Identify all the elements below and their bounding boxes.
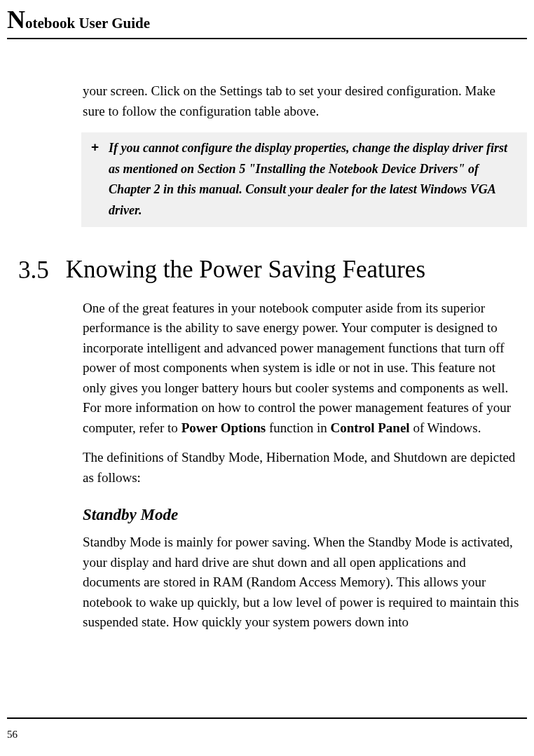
section-heading-row: 3.5 Knowing the Power Saving Features bbox=[18, 255, 520, 284]
body-paragraph-1: One of the great features in your notebo… bbox=[83, 298, 520, 439]
subsection-body: Standby Mode is mainly for power saving.… bbox=[83, 532, 520, 633]
p1-text-c: of Windows. bbox=[410, 420, 481, 435]
page-number: 56 bbox=[7, 729, 527, 741]
note-marker: + bbox=[91, 139, 99, 155]
footer-rule bbox=[7, 717, 527, 719]
continuation-paragraph: your screen. Click on the Settings tab t… bbox=[83, 81, 520, 121]
note-text: If you cannot configure the display prop… bbox=[109, 138, 519, 221]
title-text: otebook User Guide bbox=[25, 15, 150, 32]
subsection-title: Standby Mode bbox=[83, 506, 520, 524]
page-content: your screen. Click on the Settings tab t… bbox=[83, 81, 520, 633]
p1-bold-2: Control Panel bbox=[331, 420, 410, 435]
drop-cap: N bbox=[7, 6, 25, 34]
section-number: 3.5 bbox=[18, 256, 49, 284]
note-row: + If you cannot configure the display pr… bbox=[91, 138, 519, 221]
header-title: Notebook User Guide bbox=[7, 7, 527, 32]
p1-text-b: function in bbox=[266, 420, 330, 435]
p1-text-a: One of the great features in your notebo… bbox=[83, 301, 511, 435]
note-box: + If you cannot configure the display pr… bbox=[81, 132, 527, 227]
p1-bold-1: Power Options bbox=[182, 420, 266, 435]
page-header: Notebook User Guide bbox=[7, 7, 527, 39]
section-title: Knowing the Power Saving Features bbox=[66, 255, 425, 284]
body-paragraph-2: The definitions of Standby Mode, Hiberna… bbox=[83, 448, 520, 488]
page-footer: 56 bbox=[7, 717, 527, 741]
